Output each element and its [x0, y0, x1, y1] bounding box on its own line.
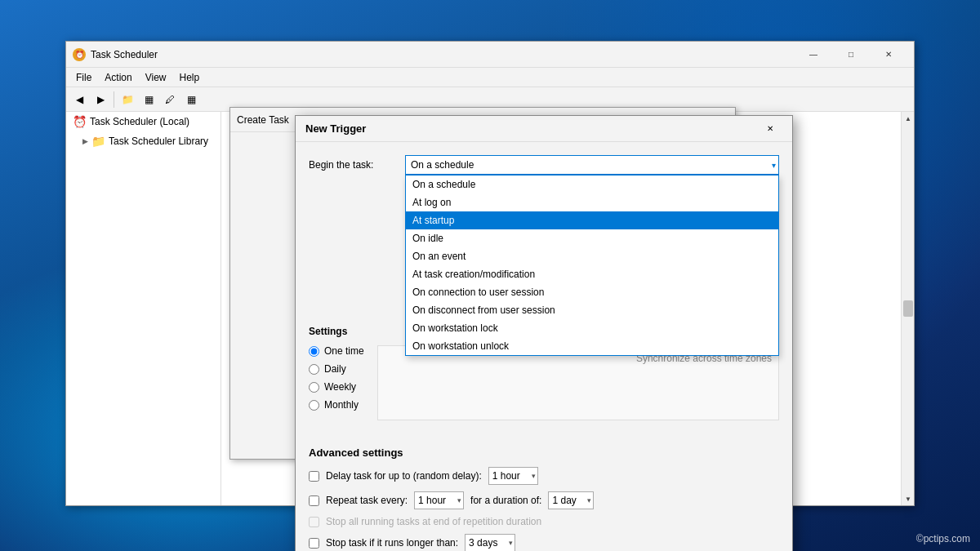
advanced-settings-section: Advanced settings Delay task for up to (… — [296, 447, 792, 551]
scroll-up-arrow[interactable]: ▲ — [902, 112, 914, 125]
back-button[interactable]: ◀ — [69, 90, 89, 109]
new-trigger-title: New Trigger — [305, 122, 758, 135]
minimize-button[interactable]: — — [795, 42, 832, 68]
option-on-connection[interactable]: On connection to user session — [406, 283, 778, 301]
menu-help[interactable]: Help — [173, 70, 207, 85]
stop-longer-checkbox[interactable] — [309, 538, 319, 549]
begin-task-dropdown: On a schedule At log on At startup On id… — [405, 175, 779, 356]
sidebar-item-library-label: Task Scheduler Library — [109, 136, 208, 147]
delay-task-checkbox[interactable] — [309, 471, 319, 482]
radio-one-time[interactable]: One time — [309, 345, 364, 357]
for-duration-label: for a duration of: — [470, 495, 541, 506]
radio-daily[interactable]: Daily — [309, 363, 364, 375]
settings-box: Synchronize across time zones — [377, 345, 779, 420]
repeat-task-select-wrap: 1 hour — [414, 491, 464, 509]
stop-longer-row: Stop task if it runs longer than: 3 days — [309, 534, 779, 551]
advanced-settings-label: Advanced settings — [309, 447, 779, 459]
scroll-down-arrow[interactable]: ▼ — [902, 492, 914, 505]
radio-daily-input[interactable] — [309, 364, 319, 375]
radio-group: One time Daily Weekly Monthly — [309, 345, 364, 411]
folder-icon: 📁 — [91, 135, 105, 148]
radio-daily-label: Daily — [324, 363, 346, 375]
begin-task-select-wrapper: On a schedule ▾ On a schedule At log on … — [405, 155, 779, 175]
option-on-lock[interactable]: On workstation lock — [406, 319, 778, 337]
folder-button[interactable]: 📁 — [118, 90, 137, 109]
watermark: ©pctips.com — [916, 533, 970, 544]
for-duration-select-wrap: 1 day — [548, 491, 594, 509]
delay-task-row: Delay task for up to (random delay): 1 h… — [309, 467, 779, 485]
option-at-logon[interactable]: At log on — [406, 193, 778, 211]
menu-file[interactable]: File — [69, 70, 98, 85]
new-trigger-title-bar: New Trigger ✕ — [296, 116, 792, 142]
new-trigger-close-button[interactable]: ✕ — [758, 119, 782, 139]
title-bar: ⏰ Task Scheduler — □ ✕ — [66, 42, 914, 68]
radio-weekly[interactable]: Weekly — [309, 381, 364, 393]
repeat-task-select[interactable]: 1 hour — [414, 491, 464, 509]
option-on-disconnect[interactable]: On disconnect from user session — [406, 301, 778, 319]
delay-task-select-wrap: 1 hour — [488, 467, 538, 485]
for-duration-select[interactable]: 1 day — [548, 491, 594, 509]
begin-task-select[interactable]: On a schedule — [405, 155, 779, 175]
option-on-idle[interactable]: On idle — [406, 229, 778, 247]
radio-weekly-label: Weekly — [324, 381, 356, 393]
maximize-button[interactable]: □ — [832, 42, 870, 68]
clock-icon: ⏰ — [73, 115, 87, 128]
repeat-task-row: Repeat task every: 1 hour for a duration… — [309, 491, 779, 509]
menu-view[interactable]: View — [139, 70, 173, 85]
expand-arrow: ▶ — [82, 137, 88, 145]
menu-action[interactable]: Action — [98, 70, 138, 85]
new-trigger-content: Begin the task: On a schedule ▾ On a sch… — [296, 142, 792, 440]
begin-task-value: On a schedule — [411, 159, 474, 171]
radio-one-time-label: One time — [324, 345, 364, 357]
option-at-task-creation[interactable]: At task creation/modification — [406, 265, 778, 283]
delay-task-label: Delay task for up to (random delay): — [326, 470, 482, 482]
scrollbar-right: ▲ ▼ — [901, 112, 914, 505]
scrollbar-thumb — [903, 300, 913, 317]
radio-monthly[interactable]: Monthly — [309, 399, 364, 411]
view1-button[interactable]: ▦ — [139, 90, 158, 109]
close-button[interactable]: ✕ — [870, 42, 907, 68]
option-on-schedule[interactable]: On a schedule — [406, 176, 778, 193]
stop-longer-label: Stop task if it runs longer than: — [326, 537, 458, 549]
radio-weekly-input[interactable] — [309, 382, 319, 393]
radio-monthly-label: Monthly — [324, 399, 359, 411]
menu-bar: File Action View Help — [66, 68, 914, 87]
stop-running-row: Stop all running tasks at end of repetit… — [309, 516, 779, 527]
sidebar-item-local-label: Task Scheduler (Local) — [90, 116, 189, 127]
new-trigger-dialog: New Trigger ✕ Begin the task: On a sched… — [295, 115, 793, 551]
repeat-task-label: Repeat task every: — [326, 495, 408, 506]
app-icon: ⏰ — [73, 48, 86, 61]
stop-running-checkbox[interactable] — [309, 517, 319, 527]
window-title: Task Scheduler — [91, 49, 795, 60]
schedule-row: One time Daily Weekly Monthly — [309, 345, 779, 420]
main-window: ⏰ Task Scheduler — □ ✕ File Action View … — [65, 41, 915, 506]
stop-running-label: Stop all running tasks at end of repetit… — [326, 516, 541, 527]
edit-button[interactable]: 🖊 — [160, 90, 180, 109]
begin-task-label: Begin the task: — [309, 159, 399, 171]
begin-task-row: Begin the task: On a schedule ▾ On a sch… — [309, 155, 779, 175]
title-bar-controls: — □ ✕ — [795, 42, 907, 68]
toolbar-separator — [114, 91, 114, 108]
option-at-startup[interactable]: At startup — [406, 211, 778, 229]
sidebar-item-library[interactable]: ▶ 📁 Task Scheduler Library — [66, 131, 220, 151]
radio-monthly-input[interactable] — [309, 400, 319, 411]
sidebar: ⏰ Task Scheduler (Local) ▶ 📁 Task Schedu… — [66, 112, 221, 505]
option-on-unlock[interactable]: On workstation unlock — [406, 337, 778, 355]
option-on-event[interactable]: On an event — [406, 247, 778, 265]
view2-button[interactable]: ▦ — [181, 90, 201, 109]
forward-button[interactable]: ▶ — [91, 90, 110, 109]
sidebar-item-local[interactable]: ⏰ Task Scheduler (Local) — [66, 112, 220, 131]
stop-longer-select-wrap: 3 days — [465, 534, 515, 551]
radio-one-time-input[interactable] — [309, 346, 319, 357]
stop-longer-select[interactable]: 3 days — [465, 534, 515, 551]
repeat-task-checkbox[interactable] — [309, 495, 319, 506]
delay-task-select[interactable]: 1 hour — [488, 467, 538, 485]
